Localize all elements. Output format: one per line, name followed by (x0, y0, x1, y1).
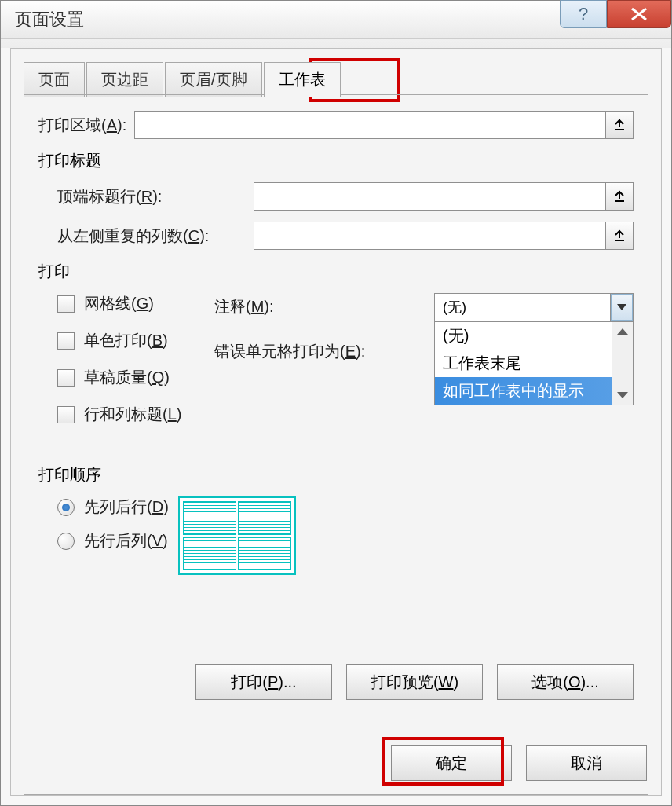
ok-button[interactable]: 确定 (391, 745, 512, 781)
dropdown-scrollbar[interactable] (612, 322, 633, 405)
top-row-row: 顶端标题行(R): (57, 182, 634, 211)
row-col-headings-check[interactable]: 行和列标题(L) (57, 404, 214, 425)
tab-page[interactable]: 页面 (24, 62, 85, 97)
left-col-label: 从左侧重复的列数(C): (57, 225, 254, 247)
top-row-label: 顶端标题行(R): (57, 186, 254, 207)
comments-select-value: (无) (443, 298, 466, 317)
tab-margins[interactable]: 页边距 (86, 62, 163, 97)
checkbox-icon (57, 332, 75, 350)
checkbox-icon (57, 406, 75, 423)
top-row-input[interactable] (254, 182, 606, 211)
comments-label: 注释(M): (214, 296, 434, 317)
close-button[interactable] (607, 0, 671, 28)
print-area-ref-button[interactable] (606, 111, 634, 139)
left-col-row: 从左侧重复的列数(C): (57, 222, 634, 250)
radio-icon (57, 499, 75, 516)
dialog-body: 页面 页边距 页眉/页脚 工作表 打印区域(A): 打印标题 顶端标题行(R): (10, 48, 662, 796)
order-down-over-radio[interactable]: 先列后行(D) (57, 496, 169, 518)
options-button[interactable]: 选项(O)... (497, 664, 634, 700)
page-setup-dialog: 页面设置 ? 页面 页边距 页眉/页脚 工作表 打印区域(A): (0, 0, 672, 806)
tab-sheet[interactable]: 工作表 (264, 62, 341, 97)
print-area-input[interactable] (134, 111, 606, 139)
order-header: 打印顺序 (38, 464, 634, 485)
left-col-ref-button[interactable] (606, 222, 634, 250)
print-titles-header: 打印标题 (38, 150, 634, 171)
checkbox-icon (57, 295, 75, 313)
top-row-ref-button[interactable] (606, 182, 634, 211)
collapse-dialog-icon (612, 189, 626, 203)
comments-dropdown-list: (无) 工作表末尾 如同工作表中的显示 (434, 321, 634, 405)
collapse-dialog-icon (612, 118, 626, 132)
print-button[interactable]: 打印(P)... (195, 664, 332, 700)
tab-strip: 页面 页边距 页眉/页脚 工作表 (24, 61, 342, 97)
comments-option-end[interactable]: 工作表末尾 (435, 350, 633, 377)
monochrome-check[interactable]: 单色打印(B) (57, 330, 214, 351)
dialog-footer: 确定 取消 (391, 745, 647, 781)
draft-check[interactable]: 草稿质量(Q) (57, 367, 214, 388)
comments-option-as-displayed[interactable]: 如同工作表中的显示 (435, 377, 633, 405)
tab-header-footer[interactable]: 页眉/页脚 (165, 62, 262, 97)
dropdown-arrow-icon (610, 294, 633, 321)
collapse-dialog-icon (612, 229, 626, 243)
order-over-down-radio[interactable]: 先行后列(V) (57, 530, 169, 551)
sheet-tab-content: 打印区域(A): 打印标题 顶端标题行(R): (24, 94, 648, 795)
page-order-diagram (178, 496, 296, 575)
comments-option-none[interactable]: (无) (435, 322, 633, 350)
print-area-label: 打印区域(A): (38, 115, 126, 136)
checkbox-icon (57, 369, 75, 387)
print-header: 打印 (38, 261, 634, 282)
cancel-button[interactable]: 取消 (526, 745, 647, 781)
print-preview-button[interactable]: 打印预览(W) (346, 664, 483, 700)
print-area-row: 打印区域(A): (38, 111, 634, 139)
titlebar: 页面设置 ? (1, 1, 671, 39)
dialog-title: 页面设置 (15, 8, 84, 31)
errors-label: 错误单元格打印为(E): (214, 341, 434, 362)
left-col-input[interactable] (254, 222, 606, 250)
comments-select[interactable]: (无) (434, 293, 634, 321)
gridlines-check[interactable]: 网格线(G) (57, 293, 214, 314)
help-button[interactable]: ? (560, 0, 607, 28)
radio-icon (57, 533, 75, 550)
